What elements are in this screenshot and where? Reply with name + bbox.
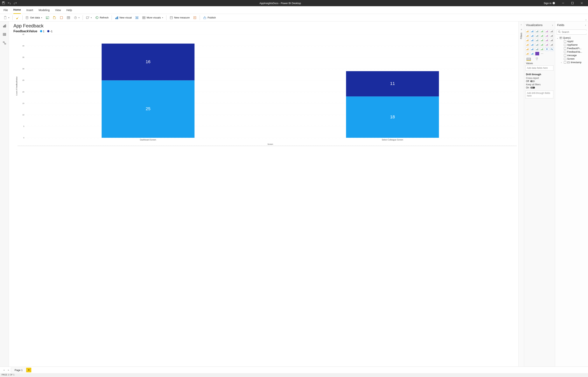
field-checkbox[interactable] <box>564 61 566 64</box>
viz-type-icon[interactable] <box>550 30 554 33</box>
field-column[interactable]: AppId <box>560 40 587 43</box>
report-canvas[interactable]: App Feedback FeedbackValue 1 -1 05101520… <box>9 21 518 366</box>
save-icon[interactable] <box>2 1 5 5</box>
viz-type-icon[interactable] <box>535 43 539 47</box>
viz-type-icon[interactable] <box>535 47 539 51</box>
publish-button[interactable]: Publish <box>202 15 217 20</box>
viz-type-icon[interactable] <box>530 43 534 47</box>
minimize-button[interactable] <box>559 0 567 6</box>
viz-type-icon[interactable] <box>540 43 544 47</box>
viz-type-icon[interactable] <box>530 47 534 51</box>
field-timestamp-group[interactable]: › timestamp <box>560 61 587 64</box>
viz-type-icon[interactable]: Py <box>550 47 554 51</box>
field-checkbox[interactable] <box>564 40 566 43</box>
viz-type-icon[interactable] <box>540 47 544 51</box>
viz-type-icon[interactable] <box>545 43 549 47</box>
viz-type-icon[interactable] <box>550 38 554 42</box>
sign-in-button[interactable]: Sign in <box>544 2 555 5</box>
field-checkbox[interactable] <box>564 58 566 60</box>
search-input[interactable] <box>562 31 588 34</box>
field-checkbox[interactable] <box>564 44 566 46</box>
viz-type-icon[interactable]: ⋯ <box>540 52 544 55</box>
data-view-button[interactable] <box>1 32 7 37</box>
field-column[interactable]: FeedbackVa... <box>560 50 587 54</box>
field-column[interactable]: AppName <box>560 43 587 47</box>
viz-type-icon[interactable] <box>530 38 534 42</box>
field-column[interactable]: FeedbackFr... <box>560 47 587 50</box>
viz-type-icon[interactable] <box>526 30 529 33</box>
new-visual-button[interactable]: New visual <box>113 15 133 20</box>
excel-source-button[interactable]: x <box>44 15 51 20</box>
viz-type-icon[interactable] <box>526 38 529 42</box>
field-checkbox[interactable] <box>564 47 566 49</box>
stacked-bar-chart[interactable]: 051015202530354045Count of FeedbackValue… <box>12 33 517 146</box>
page-prev-button[interactable]: ◂ <box>1 369 6 371</box>
tab-file[interactable]: File <box>3 7 8 14</box>
ribbon-expand-chevron-icon[interactable]: ⌄ <box>585 18 587 21</box>
sql-source-button[interactable] <box>58 15 65 20</box>
get-data-button[interactable]: Get data▾ <box>24 15 44 20</box>
viz-type-icon[interactable] <box>530 52 534 55</box>
new-measure-button[interactable]: New measure <box>168 15 191 20</box>
viz-type-icon[interactable] <box>545 34 549 37</box>
cross-report-toggle[interactable] <box>530 80 535 82</box>
viz-type-icon[interactable] <box>526 34 529 37</box>
viz-type-icon[interactable] <box>550 43 554 47</box>
chevron-left-icon[interactable]: ‹ <box>521 23 522 26</box>
field-checkbox[interactable] <box>564 51 566 53</box>
redo-icon[interactable] <box>14 1 17 5</box>
field-checkbox[interactable] <box>564 54 566 57</box>
tab-insert[interactable]: Insert <box>26 7 33 14</box>
tab-home[interactable]: Home <box>13 6 21 14</box>
chevron-right-icon[interactable]: › <box>585 24 586 27</box>
drill-through-well[interactable]: Add drill-through fields here <box>526 91 553 98</box>
maximize-button[interactable] <box>569 0 576 6</box>
report-view-button[interactable] <box>1 23 7 29</box>
add-page-button[interactable]: + <box>26 368 31 372</box>
format-tab[interactable] <box>535 57 539 61</box>
page-next-button[interactable]: ▸ <box>6 369 11 371</box>
viz-type-icon[interactable] <box>540 30 544 33</box>
fields-tab[interactable] <box>526 57 531 61</box>
viz-type-icon[interactable] <box>550 34 554 37</box>
viz-type-icon[interactable]: R <box>545 47 549 51</box>
recent-sources-button[interactable]: ▾ <box>72 15 81 20</box>
viz-type-icon[interactable] <box>526 47 529 51</box>
viz-type-icon[interactable] <box>530 30 534 33</box>
viz-type-icon[interactable] <box>535 30 539 33</box>
chevron-right-icon[interactable]: › <box>552 24 553 27</box>
page-tab-1[interactable]: Page 1 <box>11 368 26 372</box>
expand-icon[interactable]: ⌄ <box>557 37 559 39</box>
bookmark-icon[interactable]: ◃ <box>521 28 522 31</box>
model-view-button[interactable] <box>1 40 7 46</box>
more-visuals-button[interactable]: More visuals▾ <box>141 15 165 20</box>
enter-data-button[interactable] <box>65 15 72 20</box>
viz-type-icon[interactable] <box>535 38 539 42</box>
field-column[interactable]: message <box>560 54 587 57</box>
tab-view[interactable]: View <box>55 7 61 14</box>
filters-pane-collapsed[interactable]: ‹ ◃ Filters <box>518 21 524 366</box>
tab-help[interactable]: Help <box>66 7 72 14</box>
viz-type-icon[interactable] <box>535 34 539 37</box>
values-well[interactable]: Add data fields here <box>526 66 553 71</box>
refresh-button[interactable]: Refresh <box>94 15 110 20</box>
paste-button[interactable]: ▾ <box>2 15 11 20</box>
collapse-icon[interactable]: › <box>561 61 563 64</box>
quick-measure-button[interactable] <box>192 15 198 20</box>
field-column[interactable]: Screen <box>560 57 587 61</box>
close-button[interactable] <box>578 0 586 6</box>
fields-search[interactable] <box>557 30 587 35</box>
pbi-source-button[interactable] <box>51 15 58 20</box>
viz-type-icon[interactable] <box>530 34 534 37</box>
viz-type-icon[interactable] <box>540 38 544 42</box>
transform-data-button[interactable]: ▾ <box>84 15 93 20</box>
undo-icon[interactable] <box>8 1 11 5</box>
viz-type-icon[interactable] <box>545 30 549 33</box>
keep-filters-toggle[interactable] <box>530 87 535 89</box>
format-painter-button[interactable] <box>14 15 21 20</box>
viz-type-icon[interactable] <box>540 34 544 37</box>
viz-type-icon[interactable] <box>526 43 529 47</box>
viz-type-icon[interactable] <box>545 38 549 42</box>
tab-modeling[interactable]: Modeling <box>38 7 49 14</box>
viz-type-icon[interactable] <box>526 52 529 55</box>
